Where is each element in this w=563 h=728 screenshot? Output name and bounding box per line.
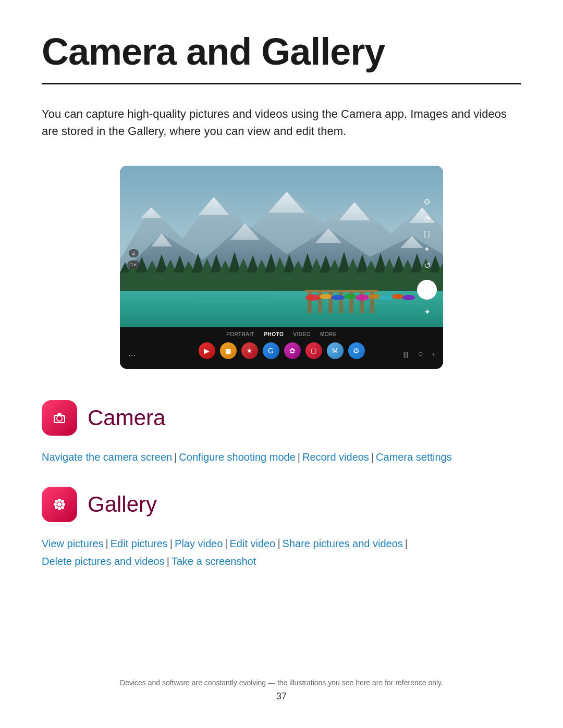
zoom-level-1x: 1× [127,261,140,269]
star-icon[interactable]: ✦ [424,307,431,317]
mode-more[interactable]: MORE [320,331,337,337]
app-icon-7[interactable]: M [327,342,344,359]
camera-links: Navigate the camera screen|Configure sho… [42,448,521,466]
svg-point-66 [320,294,332,299]
link-delete-pictures[interactable]: Delete pictures and videos [42,556,165,567]
app-icon-4[interactable]: G [263,342,279,359]
svg-rect-12 [120,273,443,293]
gallery-app-icon [42,487,77,522]
link-play-video[interactable]: Play video [175,538,223,549]
svg-point-71 [379,295,393,300]
svg-point-82 [62,503,65,506]
svg-point-83 [55,500,58,503]
sep-g6: | [167,556,169,567]
svg-rect-61 [349,290,353,313]
svg-rect-64 [305,290,378,292]
shutter-button[interactable] [417,280,437,300]
camera-section-title: Camera [88,405,165,430]
flash-icon[interactable]: ✦ [424,245,430,253]
link-configure-shooting[interactable]: Configure shooting mode [179,451,295,463]
gallery-section-header: Gallery [42,487,521,522]
nav-back-icon[interactable]: ‹ [432,350,435,358]
sep-g2: | [170,538,173,549]
gallery-links: View pictures|Edit pictures|Play video|E… [42,535,521,570]
svg-point-73 [402,295,415,300]
page-number: 37 [0,691,563,702]
camera-app-icon [42,400,77,436]
camera-screenshot-container: 2 1× ⚙ ◔ [ ] ✦ ↺ ✦ PORTRAIT PHOTO [42,166,521,369]
sep-g4: | [277,538,280,549]
nav-buttons: ||| ○ ‹ [403,349,435,359]
svg-rect-60 [339,291,343,313]
svg-point-79 [58,499,61,502]
app-icon-5[interactable]: ✿ [284,342,301,359]
gallery-app-icon-svg [50,495,69,514]
app-icon-6[interactable]: ▢ [305,342,322,359]
sep-g5: | [405,538,408,549]
svg-point-80 [58,507,61,510]
link-edit-pictures[interactable]: Edit pictures [111,538,168,549]
zoom-controls: 2 1× [127,249,140,269]
camera-section-header: Camera [42,400,521,436]
camera-scene: 2 1× ⚙ ◔ [ ] ✦ ↺ ✦ PORTRAIT PHOTO [120,166,443,369]
svg-point-84 [61,506,64,509]
settings-icon[interactable]: ⚙ [423,197,431,207]
page-title: Camera and Gallery [42,31,521,72]
nav-lines-icon[interactable]: ||| [403,350,409,358]
svg-rect-62 [360,291,364,313]
app-icon-1[interactable]: ▶ [199,342,215,359]
mode-video[interactable]: VIDEO [293,331,311,337]
svg-point-67 [331,295,345,300]
app-icon-2[interactable]: ◼ [220,342,237,359]
svg-rect-58 [318,291,322,313]
camera-right-controls: ⚙ ◔ [ ] ✦ ↺ ✦ [417,197,437,317]
zoom-level-2: 2 [129,249,139,257]
app-icon-3[interactable]: ★ [241,342,258,359]
mode-portrait[interactable]: PORTRAIT [226,331,254,337]
intro-paragraph: You can capture high-quality pictures an… [42,105,511,140]
svg-point-70 [368,294,381,299]
separator-2: | [298,451,300,463]
link-camera-settings[interactable]: Camera settings [376,451,452,463]
camera-mode-tabs: PORTRAIT PHOTO VIDEO MORE [120,327,443,337]
link-edit-video[interactable]: Edit video [230,538,276,549]
svg-point-75 [57,416,62,421]
grid-icon[interactable]: ⋯ [128,351,136,360]
svg-point-81 [54,503,57,506]
camera-background-svg [120,166,443,327]
svg-rect-57 [308,290,312,313]
link-record-videos[interactable]: Record videos [302,451,369,463]
svg-point-77 [64,416,65,417]
link-share-pictures[interactable]: Share pictures and videos [283,538,403,549]
sep-g1: | [106,538,108,549]
title-divider [42,83,521,84]
svg-point-72 [392,294,403,299]
separator-3: | [371,451,374,463]
focus-icon[interactable]: [ ] [424,230,430,238]
link-take-screenshot[interactable]: Take a screenshot [172,556,256,567]
app-icons-row: ⋯ ▶ ◼ ★ G ✿ [120,342,443,359]
rotate-icon[interactable]: ↺ [424,261,431,270]
footer-note: Devices and software are constantly evol… [0,678,563,687]
footer: Devices and software are constantly evol… [0,678,563,702]
app-icon-8[interactable]: ⚙ [348,342,365,359]
separator-1: | [174,451,177,463]
camera-app-icon-svg [50,409,69,427]
link-view-pictures[interactable]: View pictures [42,538,104,549]
svg-point-78 [57,502,62,507]
timer-icon[interactable]: ◔ [424,214,430,223]
svg-point-86 [55,506,58,509]
gallery-section-title: Gallery [88,492,157,517]
sep-g3: | [225,538,227,549]
svg-point-85 [61,500,64,503]
svg-point-65 [305,294,320,301]
camera-bottom-bar: PORTRAIT PHOTO VIDEO MORE ⋯ ▶ ◼ [120,327,443,369]
nav-home-icon[interactable]: ○ [418,349,423,359]
link-navigate-camera[interactable]: Navigate the camera screen [42,451,172,463]
svg-point-68 [344,294,357,299]
camera-mockup: 2 1× ⚙ ◔ [ ] ✦ ↺ ✦ PORTRAIT PHOTO [120,166,443,369]
svg-point-69 [356,294,369,301]
mode-photo[interactable]: PHOTO [264,331,284,337]
